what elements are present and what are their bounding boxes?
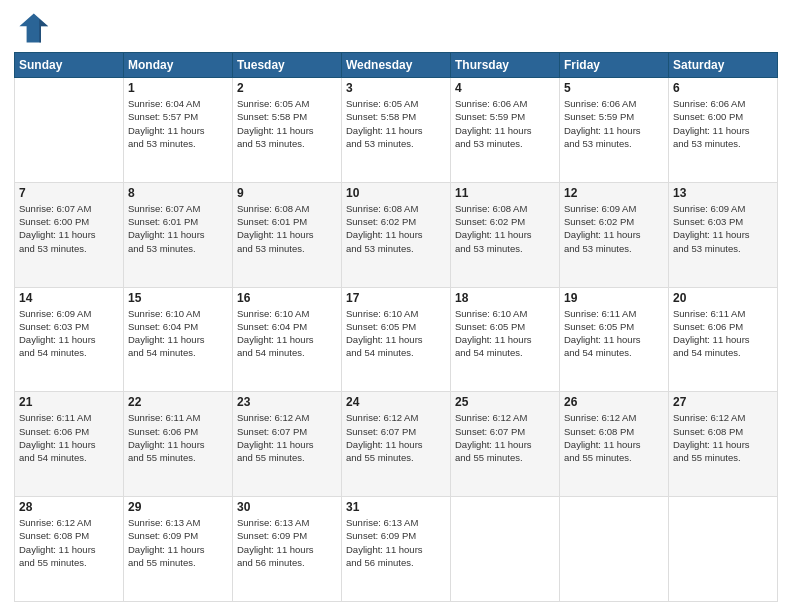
calendar-cell: 8Sunrise: 6:07 AM Sunset: 6:01 PM Daylig… (124, 182, 233, 287)
day-info: Sunrise: 6:09 AM Sunset: 6:03 PM Dayligh… (673, 202, 773, 255)
calendar-week-1: 1Sunrise: 6:04 AM Sunset: 5:57 PM Daylig… (15, 78, 778, 183)
logo (14, 10, 54, 46)
calendar-cell: 31Sunrise: 6:13 AM Sunset: 6:09 PM Dayli… (342, 497, 451, 602)
day-number: 18 (455, 291, 555, 305)
day-number: 26 (564, 395, 664, 409)
day-info: Sunrise: 6:12 AM Sunset: 6:07 PM Dayligh… (455, 411, 555, 464)
weekday-header-wednesday: Wednesday (342, 53, 451, 78)
day-info: Sunrise: 6:13 AM Sunset: 6:09 PM Dayligh… (128, 516, 228, 569)
header (14, 10, 778, 46)
day-info: Sunrise: 6:11 AM Sunset: 6:05 PM Dayligh… (564, 307, 664, 360)
calendar-cell: 9Sunrise: 6:08 AM Sunset: 6:01 PM Daylig… (233, 182, 342, 287)
weekday-header-thursday: Thursday (451, 53, 560, 78)
day-number: 23 (237, 395, 337, 409)
calendar-table: SundayMondayTuesdayWednesdayThursdayFrid… (14, 52, 778, 602)
day-number: 28 (19, 500, 119, 514)
day-info: Sunrise: 6:07 AM Sunset: 6:01 PM Dayligh… (128, 202, 228, 255)
calendar-cell: 23Sunrise: 6:12 AM Sunset: 6:07 PM Dayli… (233, 392, 342, 497)
calendar-cell: 4Sunrise: 6:06 AM Sunset: 5:59 PM Daylig… (451, 78, 560, 183)
day-info: Sunrise: 6:11 AM Sunset: 6:06 PM Dayligh… (128, 411, 228, 464)
day-number: 17 (346, 291, 446, 305)
day-info: Sunrise: 6:06 AM Sunset: 5:59 PM Dayligh… (455, 97, 555, 150)
day-info: Sunrise: 6:09 AM Sunset: 6:02 PM Dayligh… (564, 202, 664, 255)
day-number: 14 (19, 291, 119, 305)
weekday-header-friday: Friday (560, 53, 669, 78)
calendar-cell (451, 497, 560, 602)
day-info: Sunrise: 6:05 AM Sunset: 5:58 PM Dayligh… (346, 97, 446, 150)
day-info: Sunrise: 6:12 AM Sunset: 6:07 PM Dayligh… (237, 411, 337, 464)
day-number: 16 (237, 291, 337, 305)
day-info: Sunrise: 6:13 AM Sunset: 6:09 PM Dayligh… (346, 516, 446, 569)
day-number: 10 (346, 186, 446, 200)
day-number: 1 (128, 81, 228, 95)
day-number: 12 (564, 186, 664, 200)
calendar-cell: 6Sunrise: 6:06 AM Sunset: 6:00 PM Daylig… (669, 78, 778, 183)
calendar-cell (669, 497, 778, 602)
calendar-cell: 19Sunrise: 6:11 AM Sunset: 6:05 PM Dayli… (560, 287, 669, 392)
day-info: Sunrise: 6:06 AM Sunset: 5:59 PM Dayligh… (564, 97, 664, 150)
day-number: 19 (564, 291, 664, 305)
day-info: Sunrise: 6:12 AM Sunset: 6:08 PM Dayligh… (19, 516, 119, 569)
calendar-cell: 15Sunrise: 6:10 AM Sunset: 6:04 PM Dayli… (124, 287, 233, 392)
calendar-cell: 16Sunrise: 6:10 AM Sunset: 6:04 PM Dayli… (233, 287, 342, 392)
day-info: Sunrise: 6:12 AM Sunset: 6:08 PM Dayligh… (673, 411, 773, 464)
day-number: 5 (564, 81, 664, 95)
weekday-header-monday: Monday (124, 53, 233, 78)
calendar-cell: 29Sunrise: 6:13 AM Sunset: 6:09 PM Dayli… (124, 497, 233, 602)
calendar-week-3: 14Sunrise: 6:09 AM Sunset: 6:03 PM Dayli… (15, 287, 778, 392)
day-info: Sunrise: 6:05 AM Sunset: 5:58 PM Dayligh… (237, 97, 337, 150)
day-info: Sunrise: 6:08 AM Sunset: 6:02 PM Dayligh… (455, 202, 555, 255)
day-number: 27 (673, 395, 773, 409)
day-number: 9 (237, 186, 337, 200)
calendar-cell: 28Sunrise: 6:12 AM Sunset: 6:08 PM Dayli… (15, 497, 124, 602)
day-number: 7 (19, 186, 119, 200)
day-number: 2 (237, 81, 337, 95)
day-number: 25 (455, 395, 555, 409)
day-number: 6 (673, 81, 773, 95)
day-info: Sunrise: 6:10 AM Sunset: 6:04 PM Dayligh… (128, 307, 228, 360)
calendar-cell: 21Sunrise: 6:11 AM Sunset: 6:06 PM Dayli… (15, 392, 124, 497)
day-info: Sunrise: 6:13 AM Sunset: 6:09 PM Dayligh… (237, 516, 337, 569)
day-info: Sunrise: 6:10 AM Sunset: 6:04 PM Dayligh… (237, 307, 337, 360)
calendar-cell: 14Sunrise: 6:09 AM Sunset: 6:03 PM Dayli… (15, 287, 124, 392)
day-number: 3 (346, 81, 446, 95)
calendar-cell: 30Sunrise: 6:13 AM Sunset: 6:09 PM Dayli… (233, 497, 342, 602)
day-number: 8 (128, 186, 228, 200)
weekday-header-saturday: Saturday (669, 53, 778, 78)
day-number: 11 (455, 186, 555, 200)
day-info: Sunrise: 6:10 AM Sunset: 6:05 PM Dayligh… (455, 307, 555, 360)
calendar-cell: 5Sunrise: 6:06 AM Sunset: 5:59 PM Daylig… (560, 78, 669, 183)
calendar-cell: 22Sunrise: 6:11 AM Sunset: 6:06 PM Dayli… (124, 392, 233, 497)
day-number: 24 (346, 395, 446, 409)
weekday-header-row: SundayMondayTuesdayWednesdayThursdayFrid… (15, 53, 778, 78)
day-info: Sunrise: 6:08 AM Sunset: 6:01 PM Dayligh… (237, 202, 337, 255)
day-number: 31 (346, 500, 446, 514)
calendar-cell (560, 497, 669, 602)
calendar-cell: 1Sunrise: 6:04 AM Sunset: 5:57 PM Daylig… (124, 78, 233, 183)
day-info: Sunrise: 6:10 AM Sunset: 6:05 PM Dayligh… (346, 307, 446, 360)
calendar-week-5: 28Sunrise: 6:12 AM Sunset: 6:08 PM Dayli… (15, 497, 778, 602)
calendar-cell: 25Sunrise: 6:12 AM Sunset: 6:07 PM Dayli… (451, 392, 560, 497)
calendar-cell: 26Sunrise: 6:12 AM Sunset: 6:08 PM Dayli… (560, 392, 669, 497)
day-number: 30 (237, 500, 337, 514)
calendar-cell: 7Sunrise: 6:07 AM Sunset: 6:00 PM Daylig… (15, 182, 124, 287)
day-number: 13 (673, 186, 773, 200)
day-number: 29 (128, 500, 228, 514)
day-number: 21 (19, 395, 119, 409)
calendar-week-2: 7Sunrise: 6:07 AM Sunset: 6:00 PM Daylig… (15, 182, 778, 287)
page: SundayMondayTuesdayWednesdayThursdayFrid… (0, 0, 792, 612)
day-number: 15 (128, 291, 228, 305)
svg-marker-0 (19, 14, 48, 43)
day-number: 4 (455, 81, 555, 95)
calendar-cell: 2Sunrise: 6:05 AM Sunset: 5:58 PM Daylig… (233, 78, 342, 183)
calendar-cell: 24Sunrise: 6:12 AM Sunset: 6:07 PM Dayli… (342, 392, 451, 497)
day-info: Sunrise: 6:08 AM Sunset: 6:02 PM Dayligh… (346, 202, 446, 255)
day-info: Sunrise: 6:11 AM Sunset: 6:06 PM Dayligh… (19, 411, 119, 464)
day-info: Sunrise: 6:06 AM Sunset: 6:00 PM Dayligh… (673, 97, 773, 150)
day-info: Sunrise: 6:07 AM Sunset: 6:00 PM Dayligh… (19, 202, 119, 255)
calendar-cell: 11Sunrise: 6:08 AM Sunset: 6:02 PM Dayli… (451, 182, 560, 287)
weekday-header-tuesday: Tuesday (233, 53, 342, 78)
day-number: 20 (673, 291, 773, 305)
calendar-cell: 27Sunrise: 6:12 AM Sunset: 6:08 PM Dayli… (669, 392, 778, 497)
day-info: Sunrise: 6:04 AM Sunset: 5:57 PM Dayligh… (128, 97, 228, 150)
